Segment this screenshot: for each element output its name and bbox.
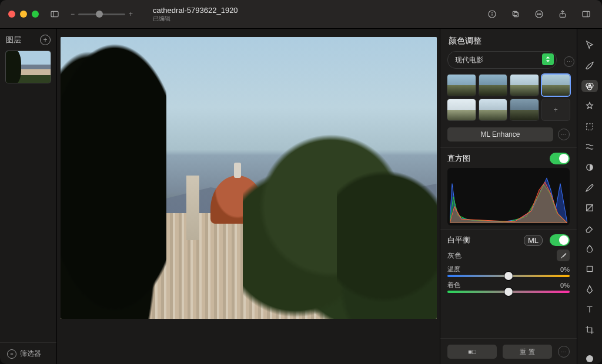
zoom-window-button[interactable]: [32, 11, 39, 18]
gradient-tool[interactable]: [581, 202, 598, 214]
temperature-knob[interactable]: [504, 272, 513, 280]
sidebar-toggle-button[interactable]: [47, 6, 62, 22]
minimize-window-button[interactable]: [20, 11, 27, 18]
tint-label: 着色: [447, 281, 460, 289]
svg-rect-12: [583, 11, 590, 16]
document-title-group: cathedral-5793622_1920 已编辑: [153, 6, 238, 22]
white-balance-toggle[interactable]: [550, 234, 570, 246]
crop-tool[interactable]: [581, 324, 598, 336]
reset-label: 重 置: [520, 348, 534, 356]
zoom-in-icon[interactable]: +: [129, 10, 133, 18]
preset-thumb-3[interactable]: [510, 75, 539, 96]
ml-enhance-more-button[interactable]: ⋯: [558, 129, 570, 140]
filters-label: 筛选器: [20, 349, 41, 359]
eraser-tool[interactable]: [581, 223, 598, 235]
preset-thumb-5[interactable]: [447, 99, 476, 120]
canvas-tree-left: [61, 37, 166, 319]
preset-thumb-6[interactable]: [479, 99, 507, 120]
svg-point-10: [540, 14, 541, 14]
inspector-footer: ■□ 重 置 ⋯: [440, 338, 577, 364]
preset-add-button[interactable]: +: [542, 99, 570, 120]
reset-button[interactable]: 重 置: [503, 345, 552, 359]
svg-point-24: [586, 355, 593, 362]
document-title: cathedral-5793622_1920: [153, 6, 238, 15]
share-button[interactable]: [555, 6, 570, 22]
preset-name: 现代电影: [455, 55, 483, 65]
inspector-toggle-button[interactable]: [578, 6, 594, 22]
histogram-toggle[interactable]: [550, 153, 570, 164]
svg-rect-5: [514, 12, 518, 16]
preset-grid: +: [440, 72, 577, 126]
svg-rect-21: [587, 267, 593, 272]
preset-thumb-1[interactable]: [447, 75, 476, 96]
pen-tool[interactable]: [581, 284, 598, 296]
white-balance-ml-badge[interactable]: ML: [524, 235, 543, 246]
color-picker-tool[interactable]: [581, 161, 598, 174]
histogram-label: 直方图: [447, 153, 470, 164]
close-window-button[interactable]: [8, 11, 15, 18]
color-adjust-tool[interactable]: [581, 80, 598, 92]
canvas-area: [57, 29, 440, 364]
svg-line-20: [587, 205, 593, 211]
preset-selector[interactable]: 现代电影: [447, 51, 557, 69]
preset-nav-icon[interactable]: [542, 53, 554, 65]
gray-point-picker[interactable]: [557, 250, 570, 261]
compare-label: ■□: [468, 348, 476, 355]
smudge-tool[interactable]: [581, 242, 598, 255]
preset-thumb-2[interactable]: [479, 75, 507, 96]
preset-thumb-7[interactable]: [510, 99, 539, 120]
tint-knob[interactable]: [504, 288, 513, 296]
svg-rect-6: [513, 11, 517, 15]
foreground-color[interactable]: [581, 352, 598, 364]
temperature-slider[interactable]: [447, 275, 570, 277]
tint-slider[interactable]: [447, 291, 570, 293]
temperature-label: 温度: [447, 265, 460, 274]
temperature-value: 0%: [560, 266, 570, 273]
marquee-tool[interactable]: [581, 121, 598, 133]
image-canvas[interactable]: [61, 37, 437, 319]
app-window: − + cathedral-5793622_1920 已编辑: [0, 0, 602, 364]
info-button[interactable]: [484, 6, 500, 22]
preset-thumb-4[interactable]: [542, 75, 570, 96]
layer-thumbnail[interactable]: [6, 51, 51, 83]
zoom-slider-track[interactable]: [78, 14, 125, 15]
zoom-out-icon[interactable]: −: [71, 10, 75, 18]
text-tool[interactable]: [581, 304, 598, 316]
white-balance-label: 白平衡: [447, 235, 470, 245]
layers-panel-title: 图层: [6, 35, 21, 45]
svg-rect-17: [587, 124, 593, 130]
svg-rect-0: [51, 11, 58, 16]
svg-point-8: [537, 14, 538, 14]
effects-tool[interactable]: [581, 100, 598, 113]
zoom-control[interactable]: − +: [71, 10, 133, 18]
tool-strip: [577, 29, 602, 364]
ml-enhance-label: ML Enhance: [481, 130, 520, 139]
shape-tool[interactable]: [581, 263, 598, 275]
svg-point-9: [539, 14, 539, 14]
layers-panel: 图层 + ≡ 筛选器: [0, 29, 57, 364]
tint-value: 0%: [560, 282, 570, 289]
preset-more-button[interactable]: ⋯: [564, 56, 574, 67]
layers-panel-footer[interactable]: ≡ 筛选器: [0, 342, 56, 364]
histogram: [447, 168, 570, 225]
add-layer-button[interactable]: +: [40, 35, 51, 45]
warp-tool[interactable]: [581, 141, 598, 153]
more-menu-button[interactable]: [531, 6, 547, 22]
inspector-panel: 颜色调整 现代电影 ⋯ +: [440, 29, 577, 364]
filter-icon: ≡: [7, 349, 16, 359]
inspector-title: 颜色调整: [440, 29, 577, 51]
ml-enhance-button[interactable]: ML Enhance: [447, 127, 553, 141]
canvas-tower: [186, 176, 199, 240]
paint-tool[interactable]: [581, 181, 598, 194]
svg-point-4: [492, 12, 493, 13]
gray-point-label: 灰色: [447, 251, 461, 261]
document-edited-badge: 已编辑: [153, 15, 238, 22]
canvas-tree-right: [337, 166, 437, 319]
brush-styles-tool[interactable]: [581, 60, 598, 72]
compare-button[interactable]: ■□: [447, 345, 497, 359]
inspector-footer-more[interactable]: ⋯: [558, 346, 570, 358]
zoom-slider-knob[interactable]: [96, 11, 103, 18]
duplicate-button[interactable]: [508, 6, 523, 22]
window-traffic-lights: [8, 11, 39, 18]
arrow-tool[interactable]: [581, 39, 598, 52]
